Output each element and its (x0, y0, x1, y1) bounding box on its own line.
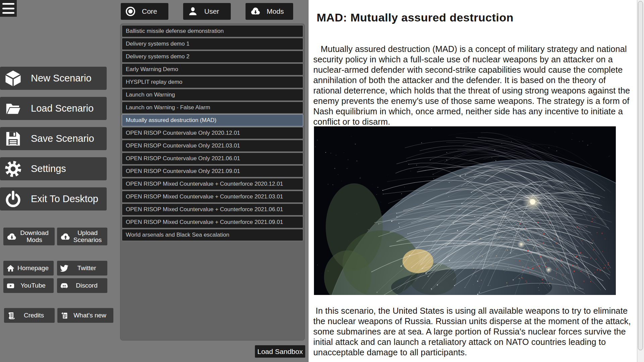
list-item[interactable]: Launch on Warning - False Alarm (122, 102, 303, 114)
gear-icon (4, 160, 22, 178)
whats-new-label: What's new (69, 312, 111, 319)
list-item[interactable]: OPEN RISOP Countervalue Only 2020.12.01 (122, 127, 303, 139)
list-item[interactable]: OPEN RISOP Mixed Countervalue + Counterf… (122, 191, 303, 203)
globe-missile-trails-image (314, 126, 616, 295)
list-item-selected[interactable]: Mutually assured destruction (MAD) (122, 114, 303, 126)
article-scrollbar-thumb[interactable] (638, 1, 643, 350)
tab-core-label: Core (142, 7, 157, 15)
power-icon (4, 190, 22, 208)
list-item[interactable]: OPEN RISOP Mixed Countervalue + Counterf… (122, 216, 303, 228)
discord-icon (60, 281, 69, 290)
list-item[interactable]: OPEN RISOP Mixed Countervalue + Counterf… (122, 203, 303, 216)
twitter-button[interactable]: Twitter (57, 261, 107, 276)
article-title: MAD: Mutually assured destruction (317, 11, 514, 24)
exit-to-desktop-button[interactable]: Exit To Desktop (0, 187, 107, 210)
tab-mods[interactable]: Mods (246, 3, 293, 20)
cloud-upload-icon (60, 231, 70, 242)
list-item[interactable]: OPEN RISOP Mixed Countervalue + Counterf… (122, 178, 303, 190)
youtube-label: YouTube (15, 282, 51, 289)
hamburger-icon (2, 12, 14, 14)
youtube-button[interactable]: YouTube (3, 278, 54, 293)
list-item[interactable]: Ballistic missile defense demonstration (122, 25, 303, 37)
hamburger-icon (2, 3, 14, 5)
list-item[interactable]: World arsenals and Black Sea escalation (122, 229, 303, 241)
whats-new-button[interactable]: What's new (57, 308, 113, 323)
credits-label: Credits (16, 312, 52, 319)
settings-button[interactable]: Settings (0, 157, 107, 180)
new-scenario-label: New Scenario (31, 73, 92, 84)
upload-scenarios-label: Upload Scenarios (70, 230, 105, 243)
user-icon (187, 6, 198, 17)
list-item[interactable]: Launch on Warning (122, 89, 303, 101)
list-item[interactable]: Early Warning Demo (122, 63, 303, 75)
homepage-label: Homepage (15, 265, 51, 272)
homepage-button[interactable]: Homepage (3, 261, 54, 276)
folder-open-icon (4, 100, 22, 118)
cloud-download-icon (6, 231, 17, 242)
cloud-download-icon (250, 6, 261, 17)
article-paragraph: Mutually assured destruction (MAD) is a … (313, 44, 633, 127)
scenario-description-panel: MAD: Mutually assured destruction Mutual… (309, 0, 644, 362)
credits-button[interactable]: Credits (4, 308, 55, 323)
youtube-icon (6, 281, 15, 290)
tab-user[interactable]: User (183, 3, 231, 20)
record-circle-icon (125, 6, 136, 17)
save-scenario-label: Save Scenario (31, 133, 94, 144)
list-item[interactable]: OPEN RISOP Countervalue Only 2021.09.01 (122, 165, 303, 177)
load-sandbox-button[interactable]: Load Sandbox (255, 345, 305, 358)
home-icon (6, 264, 15, 273)
load-scenario-label: Load Scenario (31, 103, 94, 114)
hamburger-menu-button[interactable] (0, 0, 17, 17)
twitter-label: Twitter (69, 265, 105, 272)
save-scenario-button[interactable]: Save Scenario (0, 127, 107, 150)
new-scenario-button[interactable]: New Scenario (0, 67, 107, 90)
scenario-list[interactable]: Ballistic missile defense demonstration … (120, 23, 305, 341)
article-paragraph: In this scenario, the United States is u… (313, 306, 633, 358)
cube-icon (4, 69, 22, 87)
download-mods-label: Download Mods (17, 230, 52, 243)
tab-core[interactable]: Core (121, 3, 168, 20)
twitter-icon (60, 264, 69, 273)
list-item[interactable]: Delivery systems demo 1 (122, 38, 303, 50)
download-mods-button[interactable]: Download Mods (3, 228, 55, 245)
article-scrollbar-track[interactable] (637, 0, 644, 362)
document-plus-icon (60, 311, 69, 320)
exit-to-desktop-label: Exit To Desktop (31, 193, 98, 204)
upload-scenarios-button[interactable]: Upload Scenarios (57, 228, 107, 245)
tab-user-label: User (204, 7, 219, 15)
list-item[interactable]: HYSPLIT replay demo (122, 76, 303, 88)
settings-label: Settings (31, 163, 66, 174)
discord-label: Discord (69, 282, 105, 289)
list-item[interactable]: OPEN RISOP Countervalue Only 2021.06.01 (122, 153, 303, 165)
discord-button[interactable]: Discord (57, 278, 107, 293)
list-item[interactable]: OPEN RISOP Countervalue Only 2021.03.01 (122, 140, 303, 152)
load-scenario-button[interactable]: Load Scenario (0, 97, 107, 120)
hamburger-icon (2, 8, 14, 9)
tab-mods-label: Mods (267, 7, 284, 15)
list-item[interactable]: Delivery systems demo 2 (122, 51, 303, 63)
scroll-icon (7, 311, 16, 320)
floppy-disk-icon (4, 130, 22, 148)
